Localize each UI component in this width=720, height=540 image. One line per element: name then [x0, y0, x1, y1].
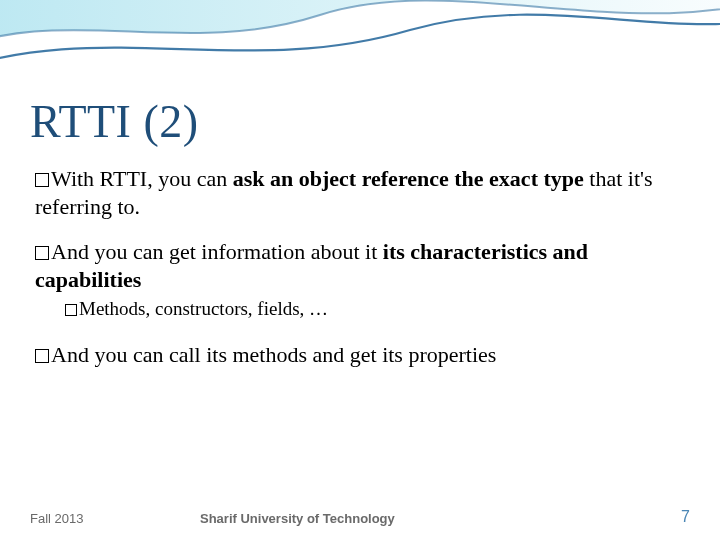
- footer-date: Fall 2013: [30, 511, 83, 526]
- bullet-3: And you can call its methods and get its…: [35, 341, 675, 369]
- bullet-box-icon: [35, 349, 49, 363]
- slide-title: RTTI (2): [30, 95, 199, 148]
- slide-body: With RTTI, you can ask an object referen…: [35, 165, 675, 368]
- bullet-box-icon: [65, 304, 77, 316]
- bullet-box-icon: [35, 173, 49, 187]
- bullet-2: And you can get information about it its…: [35, 238, 675, 293]
- footer: Fall 2013 Sharif University of Technolog…: [0, 504, 720, 526]
- bullet-2-sub: Methods, constructors, fields, …: [65, 297, 675, 321]
- decorative-wave: [0, 0, 720, 110]
- bullet-3-text: And you can call its methods and get its…: [51, 342, 496, 367]
- page-number: 7: [681, 508, 690, 526]
- bullet-box-icon: [35, 246, 49, 260]
- footer-institution: Sharif University of Technology: [200, 511, 395, 526]
- bullet-1-text-bold: ask an object reference the exact type: [233, 166, 584, 191]
- bullet-2-text-a: And you can get information about it: [51, 239, 383, 264]
- bullet-1-text-a: With RTTI, you can: [51, 166, 233, 191]
- bullet-2-sub-text: Methods, constructors, fields, …: [79, 298, 328, 319]
- bullet-1: With RTTI, you can ask an object referen…: [35, 165, 675, 220]
